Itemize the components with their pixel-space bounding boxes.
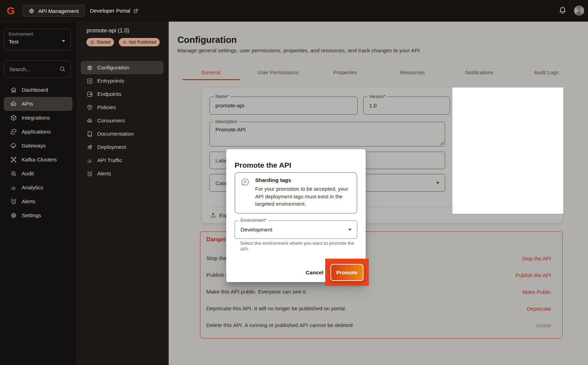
sidebar-item-alerts[interactable]: Alerts bbox=[4, 195, 72, 208]
gear-icon bbox=[28, 8, 35, 14]
api-nav-label: Endpoints bbox=[97, 91, 121, 97]
product-switcher-button[interactable]: API Management bbox=[22, 5, 85, 17]
promote-button[interactable]: Promote bbox=[330, 264, 364, 281]
gear-icon bbox=[86, 64, 93, 71]
windows-stack-icon bbox=[10, 128, 17, 135]
api-nav-label: Consumers bbox=[97, 117, 125, 124]
alarm-clock-icon bbox=[86, 170, 93, 177]
sidebar-item-label: Audit bbox=[22, 170, 34, 177]
bar-chart-icon bbox=[86, 157, 93, 164]
product-switcher-label: API Management bbox=[38, 8, 79, 14]
divider bbox=[84, 57, 161, 58]
arrow-into-box-icon bbox=[86, 78, 93, 84]
api-nav-label: API Traffic bbox=[97, 157, 122, 164]
sidebar-item-label: APIs bbox=[22, 101, 33, 107]
status-badge-label: Started bbox=[97, 40, 110, 45]
sidebar-item-label: Dashboard bbox=[22, 87, 48, 93]
network-icon bbox=[10, 156, 17, 163]
api-nav-label: Alerts bbox=[97, 170, 111, 177]
api-status-badges: Started Not Published bbox=[86, 38, 160, 46]
api-nav-item-documentation[interactable]: Documentation bbox=[81, 127, 163, 140]
cancel-button[interactable]: Cancel bbox=[301, 266, 328, 279]
environment-label: Environment bbox=[9, 32, 33, 37]
sidebar-item-integrations[interactable]: Integrations bbox=[4, 111, 72, 125]
sidebar-item-gateways[interactable]: Gateways bbox=[4, 139, 72, 153]
sidebar-item-label: Integrations bbox=[22, 115, 50, 121]
cube-icon bbox=[10, 114, 17, 121]
sidebar-item-applications[interactable]: Applications bbox=[4, 125, 72, 139]
sidebar-item-kafka-clusters[interactable]: Kafka Clusters bbox=[4, 153, 72, 167]
rocket-icon bbox=[86, 144, 93, 151]
api-nav-item-alerts[interactable]: Alerts bbox=[81, 167, 163, 180]
app-window: G API Management Developer Portal Enviro… bbox=[0, 0, 588, 365]
primary-nav: Dashboard APIs Integrations Applicat bbox=[0, 83, 76, 222]
api-nav-item-policies[interactable]: Policies bbox=[81, 101, 163, 114]
alarm-clock-icon bbox=[10, 198, 17, 205]
info-body: For your promotion to be accepted, your … bbox=[255, 185, 354, 208]
book-icon bbox=[86, 131, 93, 137]
sidebar-item-label: Kafka Clusters bbox=[22, 157, 57, 163]
gear-icon bbox=[10, 212, 17, 219]
sidebar-item-label: Gateways bbox=[22, 143, 46, 149]
svg-text:G: G bbox=[7, 5, 15, 16]
play-circle-icon bbox=[90, 40, 94, 45]
status-badge-not-published: Not Published bbox=[119, 38, 160, 46]
home-icon bbox=[10, 86, 17, 93]
environment-select-value: Development bbox=[240, 227, 272, 233]
environment-helper-text: Select the environment where you want to… bbox=[240, 241, 359, 252]
sidebar-item-dashboard[interactable]: Dashboard bbox=[4, 83, 72, 97]
shield-icon bbox=[86, 104, 93, 111]
primary-sidebar: Environment Test Dashboard APIs bbox=[0, 22, 76, 365]
gravitee-logo-icon[interactable]: G bbox=[6, 5, 17, 17]
sidebar-item-label: Analytics bbox=[22, 184, 43, 191]
cloud-user-icon bbox=[86, 117, 93, 124]
sidebar-item-settings[interactable]: Settings bbox=[4, 208, 72, 222]
api-nav: Configuration Entrypoints Endpoints Poli… bbox=[76, 61, 169, 180]
api-sidebar: promote-api (1.0) Started Not Published bbox=[76, 22, 169, 365]
api-nav-label: Entrypoints bbox=[97, 78, 124, 84]
sidebar-item-audit[interactable]: Audit bbox=[4, 167, 72, 181]
environment-selector[interactable]: Environment Test bbox=[4, 29, 71, 50]
developer-portal-link[interactable]: Developer Portal bbox=[90, 5, 138, 17]
sidebar-search bbox=[4, 60, 71, 78]
api-title: promote-api (1.0) bbox=[86, 28, 129, 34]
environment-select[interactable]: Environment* Development bbox=[235, 220, 357, 239]
status-badge-label: Not Published bbox=[129, 40, 156, 45]
sidebar-item-apis[interactable]: APIs bbox=[4, 97, 72, 111]
api-nav-item-endpoints[interactable]: Endpoints bbox=[81, 88, 163, 101]
cloud-node-icon bbox=[10, 142, 17, 149]
api-nav-label: Deployment bbox=[97, 144, 126, 150]
top-bar: G API Management Developer Portal bbox=[0, 0, 588, 22]
environment-select-label: Environment* bbox=[239, 218, 268, 223]
notifications-bell-icon[interactable] bbox=[558, 6, 567, 15]
dialog-title: Promote the API bbox=[235, 161, 291, 169]
api-nav-item-consumers[interactable]: Consumers bbox=[81, 114, 163, 127]
api-nav-label: Configuration bbox=[97, 64, 129, 71]
blank-panel bbox=[452, 88, 563, 214]
sidebar-item-label: Settings bbox=[22, 212, 41, 219]
sidebar-item-label: Applications bbox=[22, 129, 51, 135]
api-nav-label: Documentation bbox=[97, 131, 133, 137]
api-nav-label: Policies bbox=[97, 104, 116, 111]
api-nav-item-api-traffic[interactable]: API Traffic bbox=[81, 154, 163, 167]
cloud-gear-icon bbox=[10, 100, 17, 107]
search-icon bbox=[59, 66, 66, 73]
arrow-out-of-box-icon bbox=[86, 91, 93, 98]
sharding-tags-info-box: Sharding tags For your promotion to be a… bbox=[235, 172, 357, 214]
status-badge-started: Started bbox=[86, 38, 114, 46]
bar-chart-icon bbox=[10, 184, 17, 191]
message-bubble-icon bbox=[240, 177, 250, 187]
api-nav-item-configuration[interactable]: Configuration bbox=[81, 61, 163, 74]
sidebar-item-analytics[interactable]: Analytics bbox=[4, 181, 72, 195]
chevron-down-icon bbox=[348, 229, 352, 231]
api-nav-item-entrypoints[interactable]: Entrypoints bbox=[81, 74, 163, 88]
info-title: Sharding tags bbox=[255, 177, 291, 183]
user-avatar[interactable] bbox=[574, 6, 584, 16]
external-link-icon bbox=[133, 8, 138, 14]
chevron-down-icon bbox=[62, 40, 65, 42]
search-check-icon bbox=[10, 170, 17, 177]
api-nav-item-deployment[interactable]: Deployment bbox=[81, 140, 163, 154]
environment-value: Test bbox=[9, 39, 18, 45]
promote-click-highlight: Promote bbox=[325, 259, 369, 286]
developer-portal-label: Developer Portal bbox=[90, 8, 130, 14]
